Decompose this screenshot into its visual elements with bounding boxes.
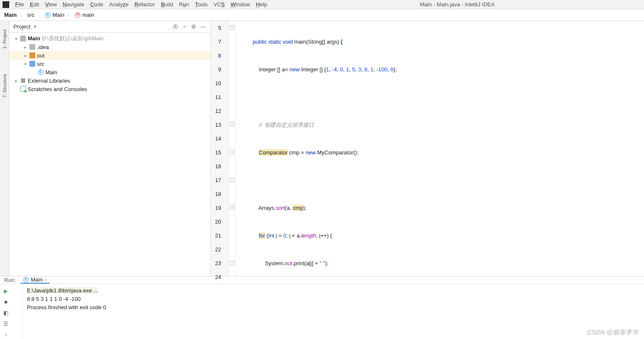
fold-icon[interactable]: − [230, 122, 234, 127]
layout-icon[interactable]: ◧ [2, 308, 10, 317]
chevron-down-icon[interactable]: ▼ [33, 24, 37, 29]
menu-help[interactable]: Help [256, 1, 267, 8]
tree-root[interactable]: ▾ Main D:\系统默认\桌面\git\Main [9, 34, 210, 43]
menu-run[interactable]: Run [179, 1, 189, 8]
breadcrumb-class[interactable]: Main [45, 12, 64, 18]
folder-icon [29, 52, 35, 58]
chevron-right-icon[interactable]: ▸ [13, 78, 18, 83]
tree-ext-libs[interactable]: ▸ External Libraries [9, 76, 210, 85]
expand-all-icon[interactable]: ÷ [181, 23, 188, 30]
menu-analyze[interactable]: Analyze [109, 1, 129, 8]
class-icon [23, 277, 29, 283]
fold-icon[interactable]: − [230, 205, 234, 210]
tab-structure[interactable]: 7: Structure [2, 74, 7, 98]
run-label: Run: [4, 277, 16, 283]
fold-icon[interactable]: − [230, 261, 234, 265]
close-icon[interactable]: × [45, 277, 47, 282]
filter-icon[interactable]: ☰ [2, 319, 10, 328]
line-number-gutter[interactable]: 5 7 8 9 10 11 12 13 14 15 16 17 18 19 20… [211, 21, 229, 276]
menu-refactor[interactable]: Refactor [134, 1, 155, 8]
tab-project[interactable]: 1: Project [2, 29, 7, 49]
menu-build[interactable]: Build [161, 1, 173, 8]
run-tool-window: Run: Main × ▶ ■ ◧ ☰ ↑ ↓ ↲ 🖶 🗑 E:\Java\jd… [0, 276, 644, 339]
chevron-down-icon[interactable]: ▾ [13, 37, 18, 41]
tree-out[interactable]: ▸ out [9, 51, 210, 60]
project-pane-title[interactable]: Project [13, 23, 30, 30]
fold-icon[interactable]: − [230, 150, 234, 154]
menu-vcs[interactable]: VCS [213, 1, 225, 8]
app-logo-icon [3, 1, 9, 8]
watermark: CSDN @极客李华 [587, 329, 638, 336]
breadcrumb-root[interactable]: Main [4, 12, 17, 18]
menu-file[interactable]: File [15, 1, 24, 8]
chevron-down-icon[interactable]: ▾ [23, 62, 28, 66]
tree-main-file[interactable]: Main [9, 68, 210, 76]
code-area[interactable]: public static void main(String[] args) {… [236, 21, 644, 276]
code-editor[interactable]: 5 7 8 9 10 11 12 13 14 15 16 17 18 19 20… [211, 21, 644, 276]
breadcrumb-method[interactable]: main [75, 12, 94, 18]
libraries-icon [20, 78, 26, 83]
project-tree[interactable]: ▾ Main D:\系统默认\桌面\git\Main ▸ .idea ▸ out… [9, 33, 210, 276]
menu-navigate[interactable]: Navigate [63, 1, 84, 8]
breadcrumb: Main 〉 src 〉 Main 〉 main [0, 9, 644, 21]
chevron-right-icon[interactable]: ▸ [23, 53, 28, 58]
module-icon [20, 36, 26, 42]
class-icon [45, 12, 51, 18]
window-title: Main - Main.java - IntelliJ IDEA [273, 1, 641, 8]
chevron-right-icon: 〉 [37, 11, 42, 19]
scratch-icon [20, 86, 26, 92]
tree-scratches[interactable]: Scratches and Consoles [9, 85, 210, 93]
class-icon [38, 69, 44, 75]
menu-view[interactable]: View [45, 1, 57, 8]
run-console[interactable]: E:\Java\jdk1.8\bin\java.exe ... 8 8 5 3 … [23, 284, 644, 339]
menu-edit[interactable]: Edit [30, 1, 39, 8]
stop-icon[interactable]: ■ [2, 297, 10, 306]
run-toolbar: ▶ ■ ◧ ☰ ↑ ↓ ↲ 🖶 🗑 [0, 284, 23, 339]
chevron-right-icon: 〉 [67, 11, 72, 19]
method-icon [75, 12, 81, 18]
menubar: File Edit View Navigate Code Analyze Ref… [0, 0, 644, 9]
run-tab-main[interactable]: Main × [21, 276, 50, 284]
folder-icon [29, 44, 35, 50]
fold-icon[interactable]: − [230, 177, 234, 182]
tree-src[interactable]: ▾ src [9, 60, 210, 68]
menu-code[interactable]: Code [90, 1, 103, 8]
breadcrumb-src[interactable]: src [27, 12, 34, 18]
chevron-right-icon: 〉 [19, 11, 25, 19]
gear-icon[interactable]: ⚙ [190, 23, 197, 30]
menu-window[interactable]: Window [231, 1, 250, 8]
project-pane: Project ▼ ⦿ ÷ ⚙ — ▾ Main D:\系统默认\桌面\git\… [9, 21, 211, 276]
source-folder-icon [29, 61, 35, 67]
hide-icon[interactable]: — [200, 23, 206, 30]
rerun-icon[interactable]: ▶ [2, 287, 10, 295]
up-icon[interactable]: ↑ [2, 330, 10, 339]
chevron-right-icon[interactable]: ▸ [23, 45, 28, 50]
fold-gutter[interactable]: − − − − − − [229, 21, 236, 276]
fold-icon[interactable]: − [230, 25, 234, 30]
project-pane-header: Project ▼ ⦿ ÷ ⚙ — [9, 21, 210, 33]
tree-idea[interactable]: ▸ .idea [9, 43, 210, 51]
locate-icon[interactable]: ⦿ [172, 23, 179, 30]
left-toolwindow-bar: 1: Project 7: Structure [0, 21, 9, 276]
menu-tools[interactable]: Tools [195, 1, 208, 8]
